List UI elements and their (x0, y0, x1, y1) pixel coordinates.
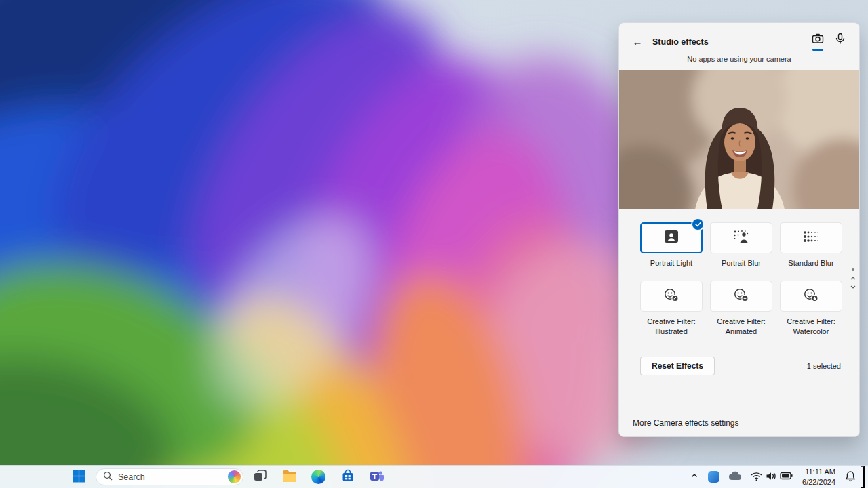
teams-icon (370, 469, 384, 485)
effect-label: Standard Blur (788, 258, 833, 268)
file-explorer-icon (282, 470, 297, 485)
onedrive-button[interactable] (724, 467, 746, 487)
effect-label: Creative Filter: Animated (710, 317, 772, 336)
quick-settings-button[interactable] (747, 467, 797, 487)
clock-time: 11:11 AM (805, 467, 835, 476)
search-highlights-icon (228, 470, 241, 483)
chevron-up-icon (690, 471, 699, 483)
search-placeholder: Search (118, 472, 222, 482)
taskbar-app-group: Search (66, 466, 389, 488)
effect-tile-creative-animated[interactable] (710, 281, 772, 312)
effect-creative-animated: Creative Filter: Animated (710, 281, 772, 336)
volume-icon (766, 471, 776, 483)
effects-grid: Portrait Light Portrait Blur (619, 209, 859, 336)
windows-start-icon (73, 470, 85, 485)
edge-browser-button[interactable] (306, 467, 331, 487)
edge-icon (311, 470, 326, 484)
portrait-light-icon (663, 229, 680, 247)
wifi-icon (751, 471, 762, 483)
effect-tile-creative-watercolor[interactable] (780, 281, 842, 312)
clock-date: 6/22/2024 (802, 477, 835, 487)
battery-icon (780, 472, 793, 482)
effect-portrait-blur: Portrait Blur (710, 222, 772, 268)
effect-label: Portrait Blur (722, 258, 761, 268)
tray-app-button[interactable] (704, 467, 724, 487)
task-view-button[interactable] (248, 467, 273, 487)
portrait-blur-icon (732, 229, 750, 247)
scrollbar-thumb[interactable] (852, 268, 854, 271)
show-desktop-button[interactable] (861, 466, 865, 488)
creative-filter-animated-icon (733, 287, 749, 305)
active-tab-indicator (812, 49, 823, 51)
camera-status-text: No apps are using your camera (619, 55, 859, 63)
file-explorer-button[interactable] (277, 467, 302, 487)
effect-label: Creative Filter: Illustrated (640, 317, 703, 336)
effect-creative-illustrated: Creative Filter: Illustrated (640, 281, 703, 336)
camera-preview (619, 70, 860, 209)
page-title: Studio effects (652, 37, 709, 47)
reset-row: Reset Effects 1 selected (640, 357, 841, 375)
taskbar: Search (0, 465, 868, 488)
microsoft-store-button[interactable] (335, 467, 360, 487)
scroll-up-icon[interactable] (850, 277, 856, 280)
onedrive-cloud-icon (728, 471, 742, 483)
effect-creative-watercolor: Creative Filter: Watercolor (780, 281, 842, 336)
effect-tile-portrait-light[interactable] (640, 222, 703, 253)
notifications-button[interactable] (841, 467, 860, 487)
effect-label: Creative Filter: Watercolor (780, 317, 842, 336)
more-camera-settings-link[interactable]: More Camera effects settings (619, 409, 859, 436)
selected-count: 1 selected (807, 362, 841, 370)
device-tabs (812, 33, 846, 51)
effect-tile-standard-blur[interactable] (780, 222, 842, 253)
scrollbar[interactable] (850, 268, 856, 289)
effect-tile-portrait-blur[interactable] (710, 222, 772, 253)
search-input[interactable]: Search (96, 468, 243, 485)
back-button[interactable]: ← (629, 33, 646, 51)
clock[interactable]: 11:11 AM 6/22/2024 (797, 467, 840, 487)
microphone-icon (835, 33, 846, 47)
reset-effects-button[interactable]: Reset Effects (640, 357, 715, 375)
standard-blur-icon (802, 229, 820, 247)
start-button[interactable] (66, 467, 92, 487)
notification-bell-icon (845, 470, 856, 484)
creative-filter-illustrated-icon (663, 287, 679, 305)
studio-effects-panel: ← Studio effects (618, 22, 860, 437)
tab-camera[interactable] (812, 33, 824, 51)
effect-tile-creative-illustrated[interactable] (640, 281, 703, 312)
panel-header: ← Studio effects (619, 23, 859, 52)
effect-portrait-light: Portrait Light (640, 222, 703, 268)
creative-filter-watercolor-icon (803, 287, 819, 305)
selected-check-icon (692, 219, 703, 230)
tab-microphone[interactable] (835, 33, 846, 51)
camera-icon (812, 33, 824, 47)
task-view-icon (253, 469, 267, 485)
store-icon (341, 469, 355, 485)
system-tray: 11:11 AM 6/22/2024 (686, 466, 865, 488)
hidden-icons-button[interactable] (686, 467, 703, 487)
effect-standard-blur: Standard Blur (780, 222, 842, 268)
tray-app-icon (708, 471, 719, 483)
scroll-down-icon[interactable] (850, 285, 856, 289)
teams-button[interactable] (364, 467, 389, 487)
effect-label: Portrait Light (650, 258, 692, 268)
search-icon (103, 471, 113, 483)
